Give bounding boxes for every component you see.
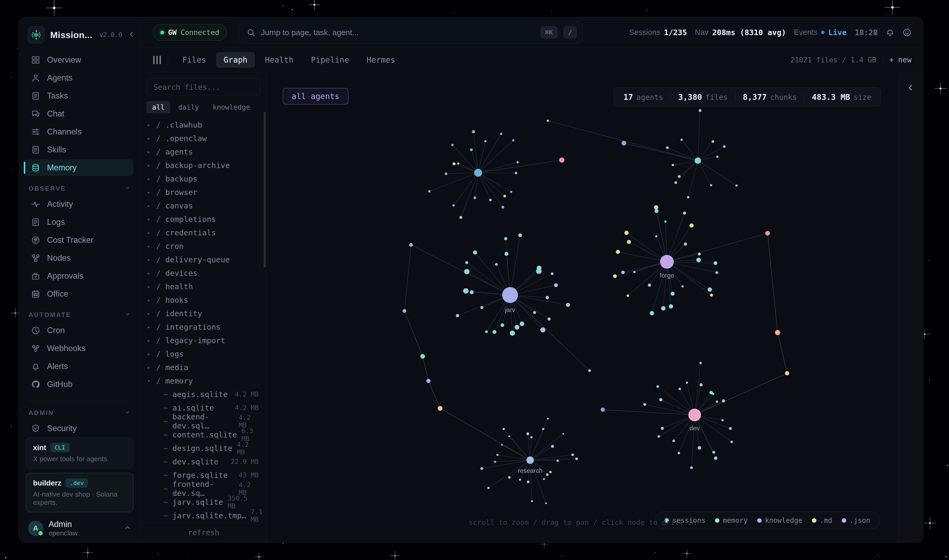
- tree-folder-health[interactable]: ▸/health: [146, 280, 266, 293]
- agents-filter-badge[interactable]: all agents: [283, 88, 349, 105]
- file-search[interactable]: [147, 78, 260, 96]
- graph-hub-dev[interactable]: [688, 409, 701, 421]
- tree-file[interactable]: ~dev.sqlite22.9 MB: [146, 455, 266, 468]
- tree-folder-completions[interactable]: ▸/completions: [146, 212, 266, 226]
- tree-folder-openclaw[interactable]: ▸/.openclaw: [146, 132, 266, 145]
- sidebar-item-nodes[interactable]: Nodes: [26, 250, 134, 266]
- legend-dot: [715, 518, 720, 523]
- tree-folder-browser[interactable]: ▸/browser: [146, 185, 266, 199]
- filter-chip-all[interactable]: all: [146, 101, 171, 113]
- tree-file[interactable]: ~jarv.sqlite.tmp…7.1 MB: [146, 509, 266, 522]
- graph-hub-jarv[interactable]: [502, 287, 518, 303]
- scrollbar-thumb[interactable]: [264, 112, 266, 268]
- graph-hub-research[interactable]: [526, 457, 534, 464]
- tree-file[interactable]: ~frontend-dev.sq…4.2 MB: [146, 482, 266, 495]
- sidebar-item-activity[interactable]: Activity: [26, 196, 134, 212]
- promo-name: xint: [33, 443, 46, 452]
- tree-folder-cron[interactable]: ▸/cron: [146, 239, 266, 253]
- tab-hermes[interactable]: Hermes: [359, 52, 403, 68]
- tab-pipeline[interactable]: Pipeline: [303, 52, 357, 68]
- sidebar-item-memory[interactable]: Memory: [26, 160, 134, 176]
- sidebar-section-observe[interactable]: OBSERVE: [29, 185, 131, 192]
- tree-folder-backups[interactable]: ▸/backups: [146, 172, 266, 185]
- stat-size: 483.3 MBsize: [804, 92, 879, 102]
- sidebar-item-logs[interactable]: Logs: [26, 214, 134, 230]
- feedback-button[interactable]: [903, 28, 912, 37]
- sidebar-item-channels[interactable]: Channels: [26, 124, 134, 140]
- tree-file[interactable]: ~aegis.sqlite4.2 MB: [146, 388, 266, 401]
- sidebar-item-cron[interactable]: Cron: [26, 322, 134, 338]
- graph-node[interactable]: [621, 141, 626, 146]
- graph-hub-forge[interactable]: [660, 255, 674, 269]
- caret-right-icon: ▸: [146, 149, 152, 155]
- tree-folder-canvas[interactable]: ▸/canvas: [146, 199, 266, 212]
- graph-node[interactable]: [559, 157, 564, 163]
- graph-node[interactable]: [775, 330, 780, 335]
- gateway-status-pill[interactable]: GW Connected: [153, 24, 227, 41]
- tree-folder-credentials[interactable]: ▸/credentials: [146, 226, 266, 239]
- tree-folder-devices[interactable]: ▸/devices: [146, 266, 266, 280]
- sidebar-section-admin[interactable]: ADMIN: [29, 409, 131, 417]
- sidebar-item-office[interactable]: Office: [26, 286, 134, 302]
- sidebar-item-github[interactable]: GitHub: [26, 376, 134, 392]
- sidebar-section-automate[interactable]: AUTOMATE: [29, 311, 131, 319]
- tree-folder-legacy-import[interactable]: ▸/legacy-import: [146, 334, 266, 347]
- promo-card-builderz[interactable]: builderz.devAI-native dev shop · Solana …: [26, 473, 134, 512]
- filter-chip-knowledge[interactable]: knowledge: [207, 101, 256, 113]
- tree-folder-agents[interactable]: ▸/agents: [146, 145, 266, 158]
- sidebar-item-security[interactable]: Security: [26, 420, 134, 437]
- new-file-button[interactable]: + new: [889, 55, 912, 64]
- user-menu[interactable]: A Admin openclaw: [26, 520, 134, 537]
- global-search-input[interactable]: [261, 28, 534, 37]
- agents-graph[interactable]: jarvforgedevresearch: [267, 72, 898, 542]
- graph-node[interactable]: [785, 371, 789, 375]
- refresh-button[interactable]: refresh: [188, 528, 219, 537]
- graph-node[interactable]: [409, 243, 413, 247]
- tree-file[interactable]: ~backend-dev.sql…4.2 MB: [146, 414, 266, 428]
- tab-files[interactable]: Files: [175, 52, 214, 68]
- tree-file[interactable]: ~jarv.sqlite350.5 MB: [146, 495, 266, 509]
- tree-file[interactable]: ~content.sqlite6.3 MB: [146, 428, 266, 442]
- sidebar-item-skills[interactable]: Skills: [26, 142, 134, 158]
- sidebar-item-chat[interactable]: Chat: [26, 106, 134, 122]
- tree-folder-identity[interactable]: ▸/identity: [146, 307, 266, 320]
- graph-node[interactable]: [420, 354, 425, 359]
- sidebar-collapse-button[interactable]: [128, 30, 135, 39]
- graph-canvas[interactable]: jarvforgedevresearch all agents 17agents…: [267, 72, 898, 542]
- graph-node[interactable]: [600, 408, 605, 412]
- tab-graph[interactable]: Graph: [216, 52, 255, 68]
- tree-folder-backup-archive[interactable]: ▸/backup-archive: [146, 158, 266, 172]
- tree-folder-integrations[interactable]: ▸/integrations: [146, 320, 266, 334]
- tree-file[interactable]: ~design.sqlite4.2 MB: [146, 442, 266, 455]
- tab-health[interactable]: Health: [258, 52, 301, 68]
- file-search-input[interactable]: [154, 83, 254, 92]
- sidebar-item-agents[interactable]: Agents: [26, 70, 134, 86]
- tree-folder-delivery-queue[interactable]: ▸/delivery-queue: [146, 253, 266, 266]
- path-slash: /: [156, 201, 161, 210]
- notifications-button[interactable]: [886, 28, 895, 37]
- graph-node[interactable]: [438, 406, 443, 411]
- graph-node[interactable]: [547, 120, 549, 122]
- filter-chip-daily[interactable]: daily: [172, 101, 205, 113]
- global-search[interactable]: ⌘K /: [239, 22, 583, 43]
- columns-layout-icon[interactable]: [153, 56, 161, 64]
- tree-folder-memory[interactable]: ▾/memory: [146, 374, 266, 388]
- graph-node[interactable]: [588, 369, 591, 372]
- graph-node[interactable]: [765, 231, 770, 235]
- graph-node[interactable]: [426, 379, 431, 383]
- promo-card-xint[interactable]: xintCLIX power tools for agents.: [26, 437, 134, 469]
- sidebar-item-tasks[interactable]: Tasks: [26, 88, 134, 104]
- graph-hub-cluster[interactable]: [695, 157, 701, 164]
- sidebar-item-webhooks[interactable]: Webhooks: [26, 340, 134, 357]
- collapse-panel-button[interactable]: [906, 83, 915, 92]
- tree-folder-hooks[interactable]: ▸/hooks: [146, 293, 266, 307]
- sidebar-item-overview[interactable]: Overview: [26, 52, 134, 68]
- sidebar-item-approvals[interactable]: Approvals: [26, 268, 134, 284]
- tree-folder-clawhub[interactable]: ▸/.clawhub: [146, 118, 266, 132]
- tree-folder-logs[interactable]: ▸/logs: [146, 347, 266, 360]
- graph-hub-cluster[interactable]: [474, 169, 482, 177]
- sidebar-item-cost-tracker[interactable]: Cost Tracker: [26, 232, 134, 248]
- tree-folder-media[interactable]: ▸/media: [146, 360, 266, 374]
- sidebar-item-alerts[interactable]: Alerts: [26, 358, 134, 375]
- graph-node[interactable]: [403, 309, 406, 313]
